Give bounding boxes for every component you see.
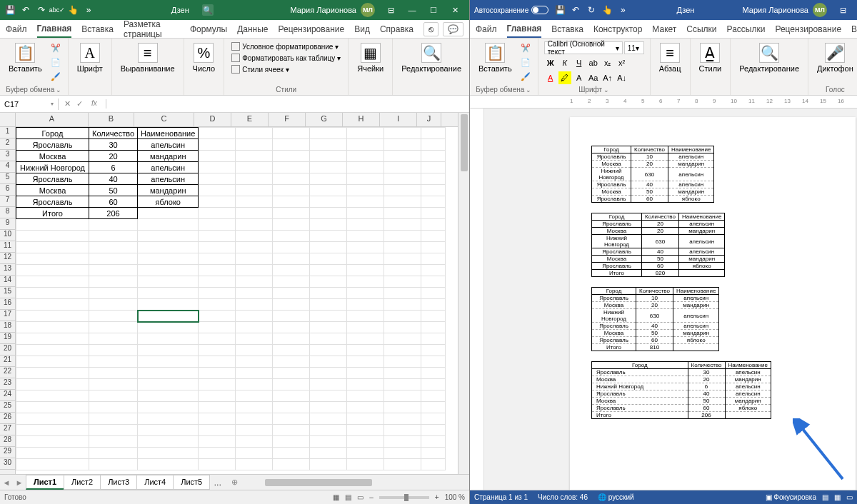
cell[interactable] — [89, 253, 138, 265]
cell[interactable] — [347, 299, 384, 311]
tab-review[interactable]: Рецензирование — [775, 21, 841, 37]
cell[interactable] — [347, 231, 384, 242]
cell[interactable] — [384, 459, 421, 470]
cell[interactable] — [273, 379, 310, 390]
cell[interactable] — [273, 368, 310, 379]
touch-icon[interactable]: 👆 — [67, 4, 79, 16]
cell[interactable] — [89, 459, 138, 470]
cell[interactable] — [347, 459, 384, 470]
share-icon[interactable]: ⎋ — [424, 22, 438, 36]
ribbon-opts-icon[interactable]: ⊟ — [381, 3, 401, 17]
cell[interactable] — [310, 356, 347, 368]
cell[interactable] — [236, 253, 273, 265]
undo-icon[interactable]: ↶ — [570, 4, 581, 16]
cell[interactable] — [236, 379, 273, 390]
cell[interactable] — [273, 196, 310, 208]
cell[interactable]: Наименование — [138, 128, 199, 139]
cell[interactable] — [310, 196, 347, 208]
tab-insert[interactable]: Вставка — [81, 21, 114, 37]
row-header[interactable]: 27 — [0, 424, 15, 435]
cell[interactable] — [199, 345, 236, 356]
align-button[interactable]: ≡Выравнивание — [118, 41, 178, 74]
cell[interactable] — [199, 139, 236, 151]
abc-icon[interactable]: abc✓ — [51, 4, 63, 16]
cell[interactable] — [89, 242, 138, 253]
cell[interactable] — [236, 413, 273, 425]
cell[interactable] — [138, 448, 199, 459]
cell[interactable] — [384, 208, 421, 219]
cell[interactable] — [384, 345, 421, 356]
cell[interactable] — [273, 208, 310, 219]
cell[interactable] — [347, 173, 384, 185]
cell[interactable] — [138, 413, 199, 425]
cell[interactable] — [236, 448, 273, 459]
row-header[interactable]: 13 — [0, 264, 15, 276]
tab-mail[interactable]: Рассылки — [727, 21, 766, 37]
cancel-formula-icon[interactable]: ✕ — [64, 99, 71, 109]
cell[interactable] — [310, 436, 347, 448]
cell[interactable]: Итого — [16, 208, 89, 219]
accept-formula-icon[interactable]: ✓ — [76, 99, 83, 109]
cell[interactable] — [310, 288, 347, 299]
redo-icon[interactable]: ↷ — [36, 4, 47, 16]
number-button[interactable]: %Число — [190, 41, 219, 74]
cell[interactable] — [236, 299, 273, 311]
cell[interactable]: Нижний Новгород — [16, 162, 89, 173]
format-table-button[interactable]: Форматировать как таблицу ▾ — [230, 53, 342, 63]
italic-button[interactable]: К — [558, 56, 571, 69]
cell[interactable]: яблоко — [138, 196, 199, 208]
fx-label[interactable]: fx — [89, 99, 100, 109]
cell[interactable] — [273, 128, 310, 139]
cell[interactable] — [347, 288, 384, 299]
cell[interactable] — [347, 151, 384, 162]
cell[interactable] — [89, 219, 138, 231]
cell[interactable] — [310, 208, 347, 219]
cell[interactable]: Москва — [16, 151, 89, 162]
cell[interactable] — [384, 265, 421, 276]
sheet-tab[interactable]: Лист5 — [173, 475, 210, 490]
comments-icon[interactable]: 💬 — [443, 22, 463, 36]
view-web-icon[interactable]: ▭ — [846, 493, 853, 501]
horizontal-ruler[interactable]: 12345678910111213141516 — [470, 96, 857, 109]
cell[interactable] — [384, 425, 421, 436]
cell[interactable] — [384, 288, 421, 299]
cell[interactable] — [89, 436, 138, 448]
cell[interactable] — [138, 436, 199, 448]
cell[interactable] — [199, 356, 236, 368]
sheet-tab[interactable]: Лист1 — [26, 475, 64, 490]
cell[interactable] — [199, 379, 236, 390]
cell[interactable] — [236, 242, 273, 253]
cell[interactable] — [310, 253, 347, 265]
shrink-font-button[interactable]: A↓ — [616, 71, 628, 84]
cell[interactable] — [89, 448, 138, 459]
row-header[interactable]: 22 — [0, 367, 15, 378]
cell[interactable] — [273, 425, 310, 436]
cell[interactable] — [236, 459, 273, 470]
cell[interactable] — [236, 139, 273, 151]
cell[interactable] — [199, 242, 236, 253]
cell[interactable] — [16, 219, 89, 231]
styles-button[interactable]: A̲Стили — [696, 41, 725, 74]
row-header[interactable]: 25 — [0, 401, 15, 413]
cell[interactable] — [199, 185, 236, 196]
cell[interactable]: 20 — [89, 151, 138, 162]
cell[interactable] — [384, 219, 421, 231]
cell[interactable] — [89, 402, 138, 413]
row-header[interactable]: 9 — [0, 218, 15, 230]
cell[interactable] — [199, 253, 236, 265]
cell[interactable] — [199, 322, 236, 333]
row-header[interactable]: 17 — [0, 310, 15, 321]
cell[interactable] — [199, 208, 236, 219]
tab-view[interactable]: Вид — [354, 21, 370, 37]
cell[interactable] — [236, 196, 273, 208]
cell[interactable] — [421, 333, 446, 345]
cell[interactable] — [347, 436, 384, 448]
cell[interactable] — [273, 299, 310, 311]
cell[interactable] — [384, 185, 421, 196]
editing-button[interactable]: 🔍Редактирование — [399, 41, 464, 74]
cell[interactable] — [347, 390, 384, 402]
view-print-icon[interactable]: ▦ — [834, 493, 841, 501]
cell[interactable] — [384, 448, 421, 459]
cell[interactable] — [310, 311, 347, 322]
cell[interactable] — [236, 219, 273, 231]
